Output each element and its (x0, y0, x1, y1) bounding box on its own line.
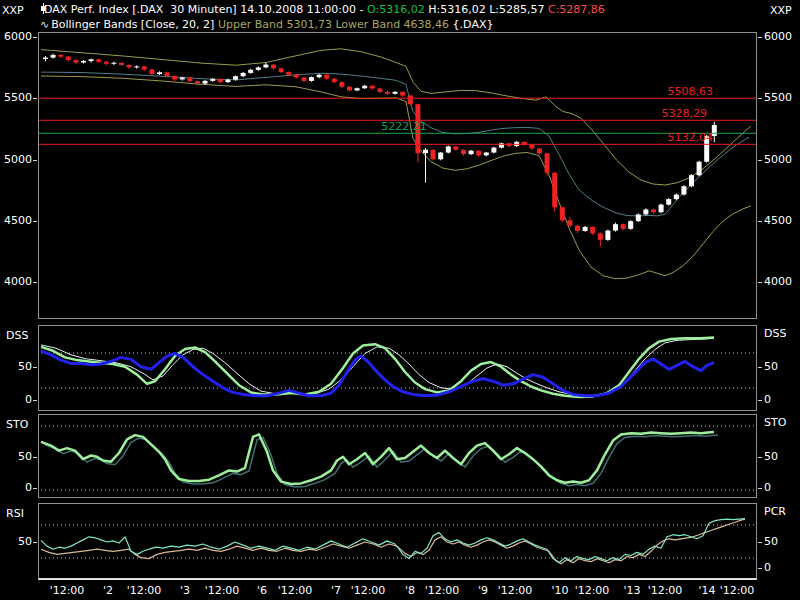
candle-up (355, 88, 360, 90)
candle-down (537, 148, 542, 153)
panel-title-left: RSI (6, 507, 24, 520)
candle-down (621, 224, 626, 229)
y-axis-tick (33, 37, 37, 38)
panel-title-left: STO (6, 418, 28, 431)
sto-signal-shadow (45, 435, 718, 487)
candle-down (58, 55, 63, 57)
candle-down (149, 70, 154, 74)
candle-up (681, 186, 686, 194)
candle-down (73, 60, 78, 62)
wave-icon: ∿ (40, 18, 51, 31)
candle-down (476, 151, 481, 156)
y-axis-tick (758, 37, 762, 38)
candle-up (210, 79, 215, 81)
candle-down (96, 59, 101, 61)
panel-tick-label-right: 50 (764, 450, 778, 463)
panel-tick-label-right: 0 (764, 481, 771, 494)
candle-down (370, 86, 375, 89)
candle-up (241, 73, 246, 76)
candle-down (294, 75, 299, 78)
candle-up (697, 162, 702, 175)
candle-up (643, 210, 648, 215)
candle-down (567, 220, 572, 225)
y-axis-label-right: 4000 (764, 275, 792, 288)
candle-up (423, 150, 428, 153)
y-axis-tick (758, 221, 762, 222)
close-value: C:5287,86 (548, 3, 605, 16)
sto-green (41, 432, 714, 484)
panel-tick (758, 400, 762, 401)
candle-down (301, 77, 306, 80)
panel-tick-label-right: 50 (764, 535, 778, 548)
y-axis-label-right: 5500 (764, 91, 792, 104)
candle-down (545, 153, 550, 172)
x-axis-label: '9 (478, 584, 488, 597)
candle-up (362, 86, 367, 88)
band-values: Upper Band 5301,73 Lower Band 4638,46 (218, 18, 449, 31)
x-axis-label: '7 (331, 584, 341, 597)
candle-up (263, 65, 268, 68)
panel-tick-label-left: 50 (2, 535, 32, 548)
candle-down (271, 65, 276, 69)
y-axis-tick (758, 98, 762, 99)
y-axis-label-right: 5000 (764, 153, 792, 166)
chart-application-window: XXP XXP DAX Perf. Index [.DAX 30 Minuten… (0, 0, 800, 600)
candle-down (347, 87, 352, 91)
candle-up (157, 72, 162, 74)
candle-up (605, 231, 610, 240)
sto-chart[interactable] (39, 415, 756, 497)
x-axis-label: '13 (623, 584, 640, 597)
candle-up (225, 80, 230, 82)
rsi-chart[interactable] (39, 504, 756, 577)
x-axis-label: '12:00 (351, 584, 386, 597)
x-axis-label: '12:00 (425, 584, 460, 597)
candlestick-chart[interactable]: 5508,635328,295222,215132,04 (39, 33, 756, 318)
instrument-header: DAX Perf. Index [.DAX 30 Minuten] 14.10.… (40, 3, 605, 16)
candle-up (469, 151, 474, 154)
panel-tick-label-left: 50 (2, 360, 32, 373)
candle-down (142, 66, 147, 69)
candle-up (674, 195, 679, 200)
panel-tick (758, 457, 762, 458)
candle-up (180, 77, 185, 79)
candle-up (613, 224, 618, 230)
indicator-name: Bollinger Bands [Close, 20, 2] (51, 18, 218, 31)
corner-label-right: XXP (770, 4, 792, 17)
candle-up (438, 153, 443, 160)
x-axis-label: '3 (180, 584, 190, 597)
candle-down (529, 145, 534, 149)
dss-indicator-panel[interactable] (38, 325, 757, 411)
corner-label-left: XXP (2, 4, 24, 17)
rsi-indicator-panel[interactable] (38, 503, 757, 580)
candle-up (89, 59, 94, 61)
x-axis-label: '10 (551, 584, 568, 597)
candle-up (203, 81, 208, 84)
candle-up (256, 67, 261, 69)
candle-down (400, 92, 405, 96)
candle-down (453, 146, 458, 149)
y-axis-tick (33, 160, 37, 161)
dss-chart[interactable] (39, 326, 756, 410)
x-axis-label: '8 (405, 584, 415, 597)
candle-down (119, 63, 124, 65)
rsi-tan (41, 519, 745, 564)
candle-up (233, 76, 238, 79)
x-axis-label: '12:00 (278, 584, 313, 597)
panel-tick (758, 542, 762, 543)
panel-tick (33, 400, 37, 401)
candle-down (339, 82, 344, 87)
y-axis-tick (758, 160, 762, 161)
panel-title-left: DSS (6, 329, 28, 342)
candle-up (248, 70, 253, 73)
candle-down (461, 150, 466, 154)
price-chart-panel[interactable]: 5508,635328,295222,215132,04 (38, 32, 757, 319)
sto-indicator-panel[interactable] (38, 414, 757, 498)
y-axis-tick (758, 282, 762, 283)
candle-down (332, 79, 337, 82)
candle-up (491, 148, 496, 153)
candle-down (560, 207, 565, 220)
indicator-suffix: {.DAX} (449, 18, 493, 31)
panel-tick-label-left: 50 (2, 450, 32, 463)
y-axis-label-right: 6000 (764, 30, 792, 43)
panel-tick-label-right: 0 (764, 393, 771, 406)
